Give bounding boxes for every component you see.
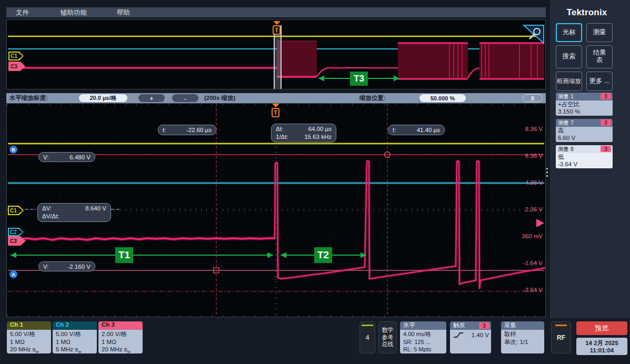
zoom-close-button[interactable]: X <box>523 94 543 102</box>
measurement-7-name: 高 <box>558 127 613 134</box>
scale-label-6: -3.64 V <box>523 287 543 293</box>
horizontal-sample-rate: SR: 125 ... <box>403 338 446 346</box>
measurement-8-value: -3.64 V <box>558 160 613 168</box>
rf-badge[interactable]: RF <box>551 321 571 353</box>
menu-file[interactable]: 文件 <box>16 8 29 17</box>
horizontal-record-length: RL: 5 Mpts <box>403 346 446 353</box>
measurement-1-value: 3.150 % <box>558 108 613 115</box>
menu-utility[interactable]: 辅助功能 <box>61 8 87 17</box>
zoom-position-value[interactable]: 50.000 % <box>419 94 466 102</box>
ch1-settings-badge[interactable]: Ch 1 5.00 V/格 1 MΩ 20 MHz Bw <box>7 321 51 353</box>
tektronix-logo: Tektronix <box>550 7 624 18</box>
main-trigger-arrow-icon[interactable] <box>272 104 279 107</box>
menu-help[interactable]: 帮助 <box>117 8 130 17</box>
annotation-t1-label[interactable]: T1 <box>115 247 133 263</box>
measurement-badge-1[interactable]: 测量 1 3 +占空比 3.150 % <box>556 93 613 116</box>
panel-drag-handle[interactable] <box>546 168 548 177</box>
delta-v-dt-label: ΔV/Δt: <box>42 213 59 220</box>
measurement-8-name: 低 <box>558 153 613 160</box>
trigger-level-value: 1.40 V <box>472 331 491 339</box>
cursor-a-marker[interactable]: A <box>9 270 17 278</box>
measurement-7-value: 6.60 V <box>558 134 613 141</box>
scale-label-3: 2.36 V <box>525 206 543 213</box>
math-label: 数学 <box>382 327 394 334</box>
cursor-a-time-readout[interactable]: t: -22.60 µs <box>158 125 216 135</box>
math-ref-bus-button[interactable]: 数学 参考 总线 <box>378 321 397 353</box>
scale-label-1: 6.36 V <box>525 153 543 159</box>
cursor-a-voltage-value: -2.160 V <box>68 264 91 270</box>
measurement-8-title: 测量 8 <box>558 146 574 152</box>
scale-label-0: 8.36 V <box>525 126 543 132</box>
ch4-color-line <box>362 325 373 326</box>
search-button[interactable]: 搜索 <box>556 45 582 68</box>
delta-v-value: 8.640 V <box>85 205 106 213</box>
ch3-bandwidth: 20 MHz Bw <box>102 346 143 353</box>
measurement-1-name: +占空比 <box>558 100 613 108</box>
cursor-b-voltage-readout[interactable]: V: 6.480 V <box>38 152 95 162</box>
trigger-position-arrow-icon[interactable] <box>273 21 281 25</box>
annotation-t3-label[interactable]: T3 <box>350 72 368 86</box>
trigger-badge-header: 触发 3 <box>450 321 491 330</box>
measurement-badge-7[interactable]: 测量 7 3 高 6.60 V <box>556 119 613 142</box>
acquisition-settings-badge[interactable]: 采集 取样 单次: 1/1 <box>501 321 544 353</box>
acquisition-single: 单次: 1/1 <box>504 338 544 346</box>
trigger-badge-title: 触发 <box>453 322 465 328</box>
delta-t-value: 64.00 µs <box>308 125 332 133</box>
trigger-settings-badge[interactable]: 触发 3 1.40 V <box>450 321 491 353</box>
rf-badge-label: RF <box>557 334 565 341</box>
measurement-8-source-badge: 3 <box>601 146 611 152</box>
cursor-b-voltage-label: V: <box>43 154 48 160</box>
delta-t-readout[interactable]: Δt: 64.00 µs 1/Δt: 15.63 kHz <box>271 124 336 143</box>
inv-delta-t-value: 15.63 kHz <box>304 133 332 141</box>
zoom-overview-icon <box>524 25 544 43</box>
ch1-badge-title: Ch 1 <box>7 321 51 330</box>
zoom-out-button[interactable]: - <box>172 94 198 102</box>
measurement-7-title: 测量 7 <box>558 119 574 126</box>
cursor-b-marker[interactable]: B <box>9 146 17 154</box>
waveform-main-view: T t: -22.60 µs Δt: 64.00 µs 1/Δt: 15.63 … <box>6 103 546 317</box>
delta-v-readout[interactable]: ΔV: 8.640 V ΔV/Δt: <box>37 203 111 222</box>
cursors-button[interactable]: 光标 <box>556 23 582 42</box>
zoom-scale-value[interactable]: 20.0 µs/格 <box>79 94 127 102</box>
preview-button[interactable]: 预览 <box>576 321 627 335</box>
waveform-overview: T C1 C3 T3 <box>6 19 546 89</box>
trigger-marker[interactable]: T <box>273 25 281 35</box>
measure-button[interactable]: 测量 <box>586 23 613 42</box>
delta-v-label: ΔV: <box>42 205 52 213</box>
ref-label: 参考 <box>382 334 394 341</box>
ch3-settings-badge[interactable]: Ch 3 2.00 V/格 1 MΩ 20 MHz Bw <box>98 321 143 353</box>
horizontal-settings-badge[interactable]: 水平 4.00 ms/格 SR: 125 ... RL: 5 Mpts <box>400 321 446 353</box>
draw-box-zoom-button[interactable]: 框画缩放 <box>556 72 582 91</box>
cursor-b-time-label: t: <box>393 127 396 133</box>
zoom-in-button[interactable]: + <box>138 94 165 102</box>
oscilloscope-app: 文件 辅助功能 帮助 <box>0 0 630 364</box>
ch1-scale: 5.00 V/格 <box>10 330 51 338</box>
cursor-a-voltage-label: V: <box>43 264 48 270</box>
ch3-impedance: 1 MΩ <box>102 338 143 346</box>
horizontal-scale: 4.00 ms/格 <box>403 330 446 338</box>
rising-edge-icon <box>453 331 464 339</box>
main-trigger-marker[interactable]: T <box>272 108 279 117</box>
measurement-badge-8[interactable]: 测量 8 3 低 -3.64 V <box>556 145 613 168</box>
scale-label-4: 360 mV <box>522 233 543 239</box>
measurement-7-source-badge: 3 <box>601 119 611 126</box>
zoom-window[interactable] <box>274 25 282 89</box>
inv-delta-t-label: 1/Δt: <box>276 133 288 141</box>
more-button[interactable]: 更多 ... <box>586 72 613 91</box>
ch4-settings-badge[interactable]: 4 <box>359 321 375 353</box>
ch2-badge-title: Ch 2 <box>53 321 97 330</box>
ch1-bandwidth: 20 MHz Bw <box>10 346 51 353</box>
scale-label-5: -1.64 V <box>523 260 543 266</box>
cursor-b-voltage-value: 6.480 V <box>69 154 91 160</box>
measurement-1-source-badge: 3 <box>601 93 611 99</box>
acquisition-mode: 取样 <box>504 330 544 338</box>
ch2-settings-badge[interactable]: Ch 2 5.00 V/格 1 MΩ 5 MHz Bw <box>53 321 97 353</box>
cursor-b-time-value: 41.40 µs <box>417 127 440 133</box>
delta-t-label: Δt: <box>276 125 283 133</box>
annotation-t2-label[interactable]: T2 <box>314 247 332 263</box>
results-table-button[interactable]: 结果表 <box>586 45 613 68</box>
datetime-display[interactable]: 14 2月 2025 11:01:04 <box>576 338 627 355</box>
cursor-b-time-readout[interactable]: t: 41.40 µs <box>388 125 445 135</box>
horizontal-zoom-toolbar: 水平缩放标度: 20.0 µs/格 + - (200x 缩放) 缩放位置: 50… <box>6 93 546 103</box>
cursor-a-voltage-readout[interactable]: V: -2.160 V <box>38 261 95 271</box>
